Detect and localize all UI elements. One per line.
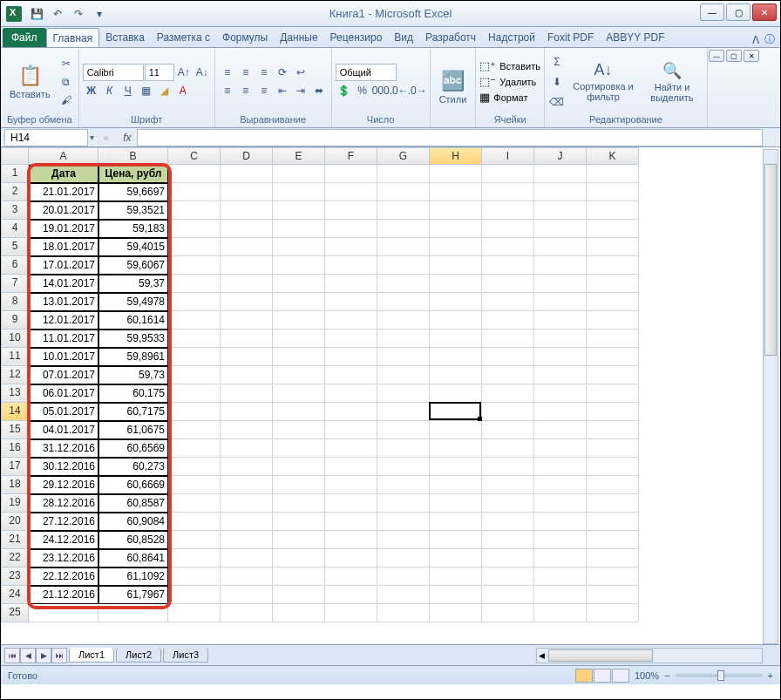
cell-B7[interactable]: 59,37: [98, 275, 168, 293]
cell-B17[interactable]: 60,273: [98, 458, 168, 476]
tab-abbyy[interactable]: ABBYY PDF: [600, 28, 670, 47]
cell-I5[interactable]: [482, 238, 534, 256]
row-header-13[interactable]: 13: [1, 384, 29, 403]
cell-H18[interactable]: [430, 476, 482, 494]
styles-button[interactable]: 🔤Стили: [434, 68, 472, 106]
cell-F14[interactable]: [325, 403, 377, 421]
cell-E25[interactable]: [273, 604, 325, 622]
cell-A10[interactable]: 11.01.2017: [29, 330, 98, 348]
cell-J17[interactable]: [534, 458, 587, 476]
cell-J1[interactable]: [534, 165, 587, 183]
cell-I20[interactable]: [482, 513, 534, 531]
cell-K9[interactable]: [587, 311, 639, 330]
cell-B16[interactable]: 60,6569: [98, 439, 168, 458]
sheet-nav-prev[interactable]: ◀: [20, 648, 36, 663]
zoom-slider[interactable]: [676, 674, 763, 677]
cell-D15[interactable]: [221, 421, 273, 439]
cell-D3[interactable]: [221, 201, 273, 220]
format-painter-icon[interactable]: 🖌: [58, 92, 75, 109]
cell-F21[interactable]: [325, 531, 377, 549]
cell-A11[interactable]: 10.01.2017: [29, 348, 98, 366]
cell-A6[interactable]: 17.01.2017: [29, 256, 98, 275]
cell-G22[interactable]: [377, 549, 430, 567]
cell-I21[interactable]: [482, 531, 534, 549]
row-header-15[interactable]: 15: [1, 421, 29, 439]
cell-A13[interactable]: 06.01.2017: [29, 384, 98, 403]
vertical-scrollbar[interactable]: [763, 149, 778, 644]
row-header-23[interactable]: 23: [1, 567, 29, 586]
cell-E9[interactable]: [273, 311, 325, 330]
increase-decimal-icon[interactable]: .0←: [390, 82, 408, 99]
cell-A7[interactable]: 14.01.2017: [29, 275, 98, 293]
cell-I4[interactable]: [482, 220, 534, 238]
cell-C18[interactable]: [168, 476, 221, 494]
cell-H3[interactable]: [430, 201, 482, 220]
cell-I1[interactable]: [482, 165, 534, 183]
cell-G10[interactable]: [377, 330, 430, 348]
cell-K13[interactable]: [587, 384, 639, 403]
cell-D23[interactable]: [221, 567, 273, 586]
sheet-tab-2[interactable]: Лист2: [116, 648, 161, 663]
cell-E6[interactable]: [273, 256, 325, 275]
cell-F19[interactable]: [325, 494, 377, 513]
cell-C4[interactable]: [168, 220, 221, 238]
cell-C5[interactable]: [168, 238, 221, 256]
cell-B10[interactable]: 59,9533: [98, 330, 168, 348]
format-cells-label[interactable]: Формат: [493, 92, 527, 103]
row-header-25[interactable]: 25: [1, 604, 29, 622]
cell-D4[interactable]: [221, 220, 273, 238]
cell-J4[interactable]: [534, 220, 587, 238]
sheet-nav-next[interactable]: ▶: [36, 648, 51, 663]
cell-A14[interactable]: 05.01.2017: [29, 403, 98, 421]
cell-B8[interactable]: 59,4978: [98, 293, 168, 311]
cell-C11[interactable]: [168, 348, 221, 366]
cell-I19[interactable]: [482, 494, 534, 513]
column-header-A[interactable]: A: [29, 147, 98, 165]
cell-F5[interactable]: [325, 238, 377, 256]
cell-K24[interactable]: [587, 586, 639, 604]
font-color-icon[interactable]: A: [174, 82, 192, 99]
percent-icon[interactable]: %: [354, 82, 371, 99]
cell-E15[interactable]: [273, 421, 325, 439]
cell-I3[interactable]: [482, 201, 534, 220]
border-icon[interactable]: ▦: [138, 82, 155, 99]
row-header-8[interactable]: 8: [1, 293, 29, 311]
cell-A23[interactable]: 22.12.2016: [29, 567, 98, 586]
autosum-icon[interactable]: Σ: [548, 53, 566, 71]
cell-H15[interactable]: [430, 421, 482, 439]
row-header-16[interactable]: 16: [1, 439, 29, 458]
cell-G3[interactable]: [377, 201, 430, 220]
decrease-indent-icon[interactable]: ⇤: [274, 82, 291, 99]
sheet-nav-last[interactable]: ⏭: [51, 648, 67, 663]
cell-E24[interactable]: [273, 586, 325, 604]
comma-icon[interactable]: 000: [372, 82, 390, 99]
cell-F16[interactable]: [325, 439, 377, 458]
cell-F18[interactable]: [325, 476, 377, 494]
cell-C7[interactable]: [168, 275, 221, 293]
cell-K1[interactable]: [587, 165, 639, 183]
column-header-E[interactable]: E: [273, 147, 325, 165]
cell-H19[interactable]: [430, 494, 482, 513]
cell-E20[interactable]: [273, 513, 325, 531]
cell-H20[interactable]: [430, 513, 482, 531]
cell-G16[interactable]: [377, 439, 430, 458]
delete-cells-icon[interactable]: ⬚⁻: [479, 75, 496, 88]
maximize-button[interactable]: ▢: [726, 3, 750, 21]
cell-D9[interactable]: [221, 311, 273, 330]
cell-A4[interactable]: 19.01.2017: [29, 220, 98, 238]
cell-D5[interactable]: [221, 238, 273, 256]
cell-B12[interactable]: 59,73: [98, 366, 168, 384]
row-header-14[interactable]: 14: [1, 403, 29, 421]
cell-G24[interactable]: [377, 586, 430, 604]
cell-H4[interactable]: [430, 220, 482, 238]
cell-B11[interactable]: 59,8961: [98, 348, 168, 366]
cell-E3[interactable]: [273, 201, 325, 220]
cell-E18[interactable]: [273, 476, 325, 494]
cell-I9[interactable]: [482, 311, 534, 330]
align-middle-icon[interactable]: ≡: [237, 64, 255, 81]
name-box[interactable]: H14: [4, 129, 88, 146]
cell-D13[interactable]: [221, 384, 273, 403]
cell-F1[interactable]: [325, 165, 377, 183]
doc-minimize[interactable]: —: [709, 50, 724, 62]
minimize-ribbon-icon[interactable]: ᐱ: [752, 34, 759, 46]
